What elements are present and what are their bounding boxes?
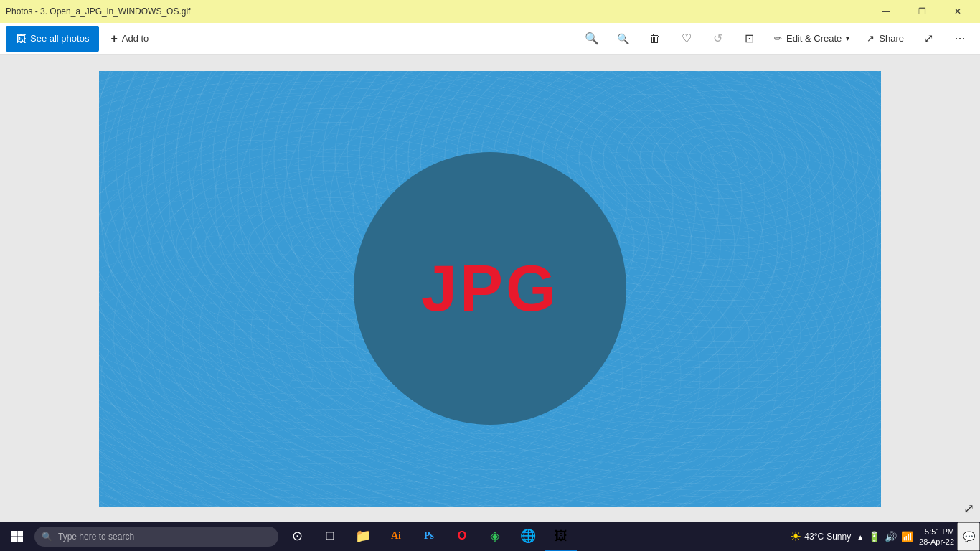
- zoom-out-icon: 🔍: [617, 33, 629, 44]
- taskbar-apps: ⊙ ❑ 📁 Ai Ps O ◈ 🌐 🖼: [281, 522, 577, 551]
- zoom-out-button[interactable]: 🔍: [609, 26, 638, 52]
- taskbar-app-explorer[interactable]: 📁: [347, 522, 379, 551]
- add-to-label: Add to: [122, 33, 149, 44]
- taskbar-app-photos[interactable]: 🖼: [545, 522, 577, 551]
- see-all-photos-label: See all photos: [30, 33, 89, 44]
- title-bar: Photos - 3. Open_a_JPG_in_WINDOWS_OS.gif…: [0, 0, 980, 23]
- photos-app-icon: 🖼: [555, 529, 567, 544]
- clock-date: 28-Apr-22: [919, 537, 954, 547]
- taskbar-app-cortana[interactable]: ⊙: [281, 522, 313, 551]
- expand-icon[interactable]: ⤢: [963, 501, 974, 517]
- maximize-button[interactable]: ❐: [905, 0, 938, 23]
- taskbar-app-illustrator[interactable]: Ai: [380, 522, 412, 551]
- close-button[interactable]: ✕: [941, 0, 974, 23]
- window-controls: — ❐ ✕: [870, 0, 974, 23]
- taskbar-app-photoshop[interactable]: Ps: [413, 522, 445, 551]
- share-icon: ↗: [867, 33, 875, 44]
- more-icon: ···: [954, 31, 965, 46]
- jpg-text: JPG: [421, 252, 559, 326]
- edit-create-button[interactable]: ✏ Edit & Create ▾: [767, 26, 857, 52]
- weather-condition: Sunny: [826, 532, 851, 542]
- cortana-icon: ⊙: [292, 528, 303, 544]
- taskbar-app-3dviewer[interactable]: ◈: [479, 522, 511, 551]
- opera-icon: O: [458, 529, 466, 542]
- edit-create-label: Edit & Create: [786, 33, 842, 44]
- app-toolbar: 🖼 See all photos + Add to 🔍 🔍 🗑 ♡ ↺ ⊡ ✏ …: [0, 23, 980, 55]
- zoom-in-button[interactable]: 🔍: [578, 26, 606, 52]
- notification-icon: 💬: [963, 531, 975, 542]
- fit-icon: ⤢: [924, 32, 933, 45]
- more-button[interactable]: ···: [946, 26, 974, 52]
- favorite-button[interactable]: ♡: [672, 26, 701, 52]
- system-clock[interactable]: 5:51 PM 28-Apr-22: [919, 527, 954, 547]
- image-display: JPG: [99, 71, 881, 507]
- zoom-in-icon: 🔍: [585, 32, 599, 45]
- image-container: JPG: [99, 71, 881, 507]
- network-icon[interactable]: 📶: [901, 531, 913, 542]
- chrome-icon: 🌐: [520, 528, 536, 544]
- share-label: Share: [879, 33, 904, 44]
- notification-button[interactable]: 💬: [957, 522, 980, 551]
- search-icon: 🔍: [42, 532, 52, 542]
- minimize-button[interactable]: —: [870, 0, 903, 23]
- weather-icon: ☀: [790, 529, 801, 545]
- circle-background: JPG: [354, 152, 626, 425]
- clock-time: 5:51 PM: [925, 527, 954, 537]
- chevron-down-icon: ▾: [846, 34, 849, 42]
- search-input[interactable]: [58, 532, 271, 542]
- plus-icon: +: [110, 32, 117, 45]
- rotate-icon: ↺: [713, 32, 722, 45]
- edit-icon: ✏: [774, 33, 782, 44]
- volume-icon[interactable]: 🔊: [885, 531, 897, 542]
- delete-button[interactable]: 🗑: [641, 26, 669, 52]
- 3d-viewer-icon: ◈: [490, 528, 500, 544]
- task-view-icon: ❑: [326, 530, 335, 542]
- rotate-button[interactable]: ↺: [704, 26, 732, 52]
- crop-icon: ⊡: [745, 32, 754, 45]
- crop-button[interactable]: ⊡: [735, 26, 764, 52]
- add-to-button[interactable]: + Add to: [102, 26, 157, 52]
- photoshop-icon: Ps: [424, 530, 434, 542]
- taskbar: 🔍 ⊙ ❑ 📁 Ai Ps O ◈ 🌐 🖼 ☀: [0, 522, 980, 551]
- taskbar-app-opera[interactable]: O: [446, 522, 478, 551]
- system-tray-icons: ▲ 🔋 🔊 📶: [857, 531, 913, 542]
- illustrator-icon: Ai: [391, 530, 401, 542]
- file-explorer-icon: 📁: [355, 528, 371, 544]
- weather-widget: ☀ 43°C Sunny: [790, 529, 851, 545]
- heart-icon: ♡: [682, 32, 692, 45]
- taskbar-app-taskview[interactable]: ❑: [314, 522, 346, 551]
- battery-icon: 🔋: [868, 531, 880, 542]
- start-button[interactable]: [0, 522, 34, 551]
- main-content: JPG ⤢: [0, 55, 980, 522]
- fit-button[interactable]: ⤢: [914, 26, 943, 52]
- share-button[interactable]: ↗ Share: [859, 26, 911, 52]
- taskbar-app-chrome[interactable]: 🌐: [512, 522, 544, 551]
- window-title: Photos - 3. Open_a_JPG_in_WINDOWS_OS.gif: [6, 6, 190, 17]
- search-bar[interactable]: 🔍: [34, 527, 278, 547]
- show-hidden-icon[interactable]: ▲: [857, 533, 864, 541]
- see-all-photos-button[interactable]: 🖼 See all photos: [6, 26, 99, 52]
- photos-icon: 🖼: [16, 33, 26, 44]
- windows-logo-icon: [11, 531, 23, 542]
- temperature: 43°C: [804, 532, 824, 542]
- delete-icon: 🗑: [649, 32, 661, 45]
